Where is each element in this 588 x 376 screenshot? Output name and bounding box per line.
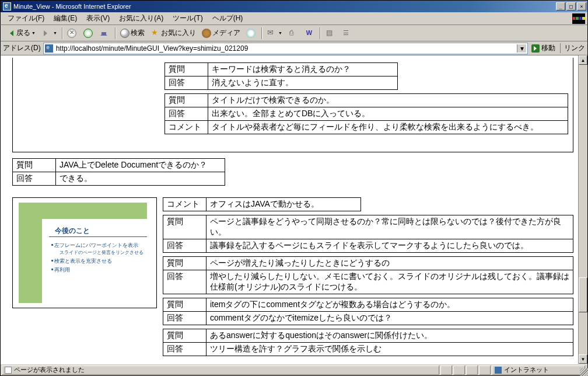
slide-thumbnail[interactable]: 今後のこと 左フレームにパワーポイントを表示 スライドのページと発言をリンクさせ… bbox=[12, 197, 157, 308]
separator bbox=[320, 27, 320, 39]
history-button[interactable] bbox=[244, 27, 259, 39]
edit-button[interactable] bbox=[302, 27, 317, 39]
qa-text: commentタグのなかでitemizeしたら良いのでは？ bbox=[206, 312, 573, 325]
security-zone: イントラネット bbox=[492, 365, 585, 375]
home-button[interactable] bbox=[97, 27, 113, 39]
back-label: 戻る bbox=[16, 28, 30, 38]
mail-icon bbox=[267, 29, 276, 38]
address-dropdown[interactable]: ▾ bbox=[517, 44, 526, 53]
ie-logo-icon bbox=[572, 13, 585, 24]
table-row: 回答 増やしたり減らしたりしない。メモに書いておく。スライドのオリジナルは残して… bbox=[163, 270, 573, 294]
table-row: 質問 タイトルだけで検索できるのか。 bbox=[165, 94, 568, 107]
back-button[interactable]: 戻る ▼ bbox=[4, 27, 38, 39]
titlebar: Minute_View - Microsoft Internet Explore… bbox=[1, 1, 587, 12]
messenger-button[interactable] bbox=[339, 27, 354, 39]
qa-text: タイトルや発表者など毎にフィールドを作り、より柔軟な検索を出来るようにするべき。 bbox=[208, 121, 568, 134]
star-icon bbox=[150, 29, 160, 38]
qa-label: 回答 bbox=[163, 312, 206, 325]
minimize-button[interactable]: _ bbox=[556, 2, 565, 11]
media-icon bbox=[202, 29, 211, 38]
search-icon bbox=[120, 29, 130, 38]
status-text: ページが表示されました bbox=[14, 365, 85, 374]
table-row: 質問 itemタグの下にcommentタグなどが複数ある場合はどうするのか。 bbox=[163, 298, 573, 312]
status-cell bbox=[453, 365, 465, 375]
menu-help[interactable]: ヘルプ(H) bbox=[208, 12, 248, 25]
search-button[interactable]: 検索 bbox=[118, 27, 147, 39]
qa-label: コメント bbox=[163, 198, 206, 211]
qa-text: 議事録を記入するページにもスライドを表示してマークするようにしたら良いのでは。 bbox=[206, 239, 573, 253]
maximize-button[interactable]: □ bbox=[566, 2, 576, 11]
chevron-down-icon: ▼ bbox=[32, 31, 36, 35]
content-area[interactable]: 質問 キーワードは検索すると消えるのか？ 回答 消えないように直す。 質問 タイ… bbox=[1, 55, 587, 364]
go-icon bbox=[531, 44, 540, 53]
qa-table: 質問 ページと議事録をどうやって同期させるのか？常に同時とは限らないのでは？後付… bbox=[163, 215, 573, 253]
stop-icon bbox=[67, 29, 76, 38]
scroll-thumb[interactable] bbox=[579, 277, 587, 312]
resize-grip[interactable] bbox=[580, 368, 588, 376]
qa-table: 質問 あるanswerに対するquestionはそのanswerに関係付けたい。… bbox=[163, 329, 573, 356]
qa-table: 質問 JAVA上でDelete Documentできるのか？ 回答 できる。 bbox=[12, 158, 225, 186]
menu-view[interactable]: 表示(V) bbox=[82, 12, 114, 25]
right-column: コメント オフィスはJAVAで動かせる。 質問 ページと議事録をどうやって同期さ… bbox=[163, 197, 573, 356]
slide-items: 左フレームにパワーポイントを表示 スライドのページと発言をリンクさせる 検索と表… bbox=[51, 241, 144, 274]
table-row: コメント オフィスはJAVAで動かせる。 bbox=[163, 198, 361, 211]
qa-label: 質問 bbox=[13, 159, 56, 172]
address-input-wrap: ▾ bbox=[43, 43, 528, 54]
edit-icon bbox=[304, 29, 314, 38]
history-icon bbox=[246, 29, 256, 38]
qa-label: 回答 bbox=[13, 172, 56, 186]
media-button[interactable]: メディア bbox=[200, 27, 243, 39]
qa-label: 回答 bbox=[165, 76, 208, 90]
scroll-up-button[interactable]: ▲ bbox=[579, 55, 587, 65]
menu-edit[interactable]: 編集(E) bbox=[49, 12, 82, 25]
table-row: 回答 ツリー構造を許す？グラフ表示で関係を示しむ bbox=[163, 343, 573, 356]
mail-button[interactable]: ▼ bbox=[264, 27, 285, 39]
refresh-button[interactable] bbox=[81, 27, 96, 39]
chevron-down-icon: ▼ bbox=[53, 31, 57, 35]
qa-label: 質問 bbox=[163, 257, 206, 270]
vertical-scrollbar[interactable]: ▲ ▼ bbox=[578, 55, 587, 364]
qa-label: 回答 bbox=[163, 239, 206, 253]
stop-button[interactable] bbox=[65, 27, 80, 39]
page-icon bbox=[45, 44, 53, 53]
qa-label: コメント bbox=[165, 121, 208, 134]
status-message: ページが表示されました bbox=[2, 365, 439, 375]
qa-table: 質問 ページが増えたり減ったりしたときにどうするの 回答 増やしたり減らしたりし… bbox=[163, 256, 573, 294]
window-title: Minute_View - Microsoft Internet Explore… bbox=[13, 3, 555, 10]
menu-favorites[interactable]: お気に入り(A) bbox=[114, 12, 168, 25]
table-row: 質問 あるanswerに対するquestionはそのanswerに関係付けたい。 bbox=[163, 329, 573, 343]
addressbar: アドレス(D) ▾ 移動 リンク bbox=[1, 41, 587, 55]
document-icon bbox=[325, 29, 334, 38]
chevron-down-icon: ▼ bbox=[278, 31, 282, 35]
address-input[interactable] bbox=[55, 44, 517, 53]
status-cell bbox=[466, 365, 478, 375]
close-button[interactable]: × bbox=[577, 2, 586, 11]
menu-file[interactable]: ファイル(F) bbox=[3, 12, 49, 25]
refresh-icon bbox=[83, 29, 93, 38]
print-button[interactable] bbox=[286, 27, 301, 39]
search-label: 検索 bbox=[131, 28, 145, 38]
table-row: 回答 できる。 bbox=[13, 172, 225, 186]
favorites-button[interactable]: お気に入り bbox=[148, 27, 198, 39]
table-row: 回答 commentタグのなかでitemizeしたら良いのでは？ bbox=[163, 312, 573, 325]
slide-item: 再利用 bbox=[51, 266, 144, 274]
scroll-down-button[interactable]: ▼ bbox=[579, 354, 587, 364]
qa-table: 質問 タイトルだけで検索できるのか。 回答 出来ない。全部まとめてDBに入ってい… bbox=[164, 93, 568, 134]
forward-button[interactable]: ▼ bbox=[39, 27, 60, 39]
app-icon bbox=[3, 2, 11, 11]
qa-text: itemタグの下にcommentタグなどが複数ある場合はどうするのか。 bbox=[206, 298, 573, 312]
links-label[interactable]: リンク bbox=[560, 43, 585, 53]
toolbar: 戻る ▼ ▼ 検索 お気に入り メディア ▼ bbox=[1, 25, 587, 41]
menubar: ファイル(F) 編集(E) 表示(V) お気に入り(A) ツール(T) ヘルプ(… bbox=[1, 12, 587, 25]
table-row: 質問 ページと議事録をどうやって同期させるのか？常に同時とは限らないのでは？後付… bbox=[163, 215, 573, 239]
table-row: 回答 議事録を記入するページにもスライドを表示してマークするようにしたら良いので… bbox=[163, 239, 573, 253]
zone-icon bbox=[495, 367, 502, 374]
qa-table: 質問 キーワードは検索すると消えるのか？ 回答 消えないように直す。 bbox=[164, 62, 398, 90]
slide-item: 検索と表示を充実させる bbox=[51, 257, 144, 265]
discuss-button[interactable] bbox=[323, 27, 338, 39]
go-button[interactable]: 移動 bbox=[531, 43, 555, 53]
qa-label: 質問 bbox=[163, 215, 206, 239]
menu-tools[interactable]: ツール(T) bbox=[168, 12, 207, 25]
qa-label: 回答 bbox=[163, 343, 206, 356]
separator bbox=[62, 27, 62, 39]
